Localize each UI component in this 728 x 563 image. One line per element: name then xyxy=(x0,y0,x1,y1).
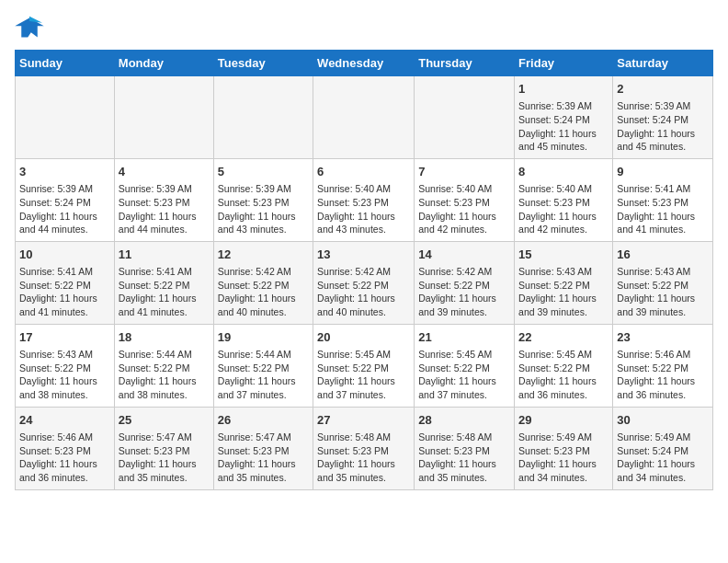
calendar-cell: 29Sunrise: 5:49 AM Sunset: 5:23 PM Dayli… xyxy=(515,407,613,489)
calendar-cell: 11Sunrise: 5:41 AM Sunset: 5:22 PM Dayli… xyxy=(114,241,213,324)
day-number: 17 xyxy=(19,329,110,346)
calendar-cell: 28Sunrise: 5:48 AM Sunset: 5:23 PM Dayli… xyxy=(415,407,515,489)
header-cell-sunday: Sunday xyxy=(16,51,115,76)
day-number: 23 xyxy=(617,329,709,346)
calendar-cell: 3Sunrise: 5:39 AM Sunset: 5:24 PM Daylig… xyxy=(16,158,115,241)
calendar-cell: 10Sunrise: 5:41 AM Sunset: 5:22 PM Dayli… xyxy=(16,241,115,324)
day-number: 15 xyxy=(518,247,609,263)
calendar-row: 3Sunrise: 5:39 AM Sunset: 5:24 PM Daylig… xyxy=(16,158,713,241)
header-cell-wednesday: Wednesday xyxy=(313,51,415,76)
calendar-cell: 30Sunrise: 5:49 AM Sunset: 5:24 PM Dayli… xyxy=(613,407,713,489)
calendar-cell: 15Sunrise: 5:43 AM Sunset: 5:22 PM Dayli… xyxy=(515,241,613,324)
header-cell-friday: Friday xyxy=(515,51,613,76)
day-number: 19 xyxy=(218,329,309,346)
day-number: 9 xyxy=(617,164,709,180)
calendar-cell: 25Sunrise: 5:47 AM Sunset: 5:23 PM Dayli… xyxy=(114,407,213,489)
day-number: 25 xyxy=(119,412,210,429)
calendar-row: 10Sunrise: 5:41 AM Sunset: 5:22 PM Dayli… xyxy=(16,241,713,324)
calendar-row: 24Sunrise: 5:46 AM Sunset: 5:23 PM Dayli… xyxy=(16,407,713,489)
calendar-cell: 16Sunrise: 5:43 AM Sunset: 5:22 PM Dayli… xyxy=(613,241,713,324)
calendar-cell: 18Sunrise: 5:44 AM Sunset: 5:22 PM Dayli… xyxy=(114,324,213,407)
calendar-cell xyxy=(313,76,415,159)
day-number: 3 xyxy=(19,164,110,180)
calendar-cell: 21Sunrise: 5:45 AM Sunset: 5:22 PM Dayli… xyxy=(415,324,515,407)
calendar-cell: 12Sunrise: 5:42 AM Sunset: 5:22 PM Dayli… xyxy=(213,241,313,324)
calendar-row: 1Sunrise: 5:39 AM Sunset: 5:24 PM Daylig… xyxy=(16,76,713,159)
calendar-header: SundayMondayTuesdayWednesdayThursdayFrid… xyxy=(16,51,713,76)
calendar-cell: 22Sunrise: 5:45 AM Sunset: 5:22 PM Dayli… xyxy=(515,324,613,407)
day-number: 11 xyxy=(119,247,210,263)
calendar-cell xyxy=(114,76,213,159)
day-number: 27 xyxy=(317,412,410,429)
day-number: 16 xyxy=(617,247,709,263)
day-number: 1 xyxy=(518,81,609,98)
calendar-cell: 20Sunrise: 5:45 AM Sunset: 5:22 PM Dayli… xyxy=(313,324,415,407)
calendar-cell: 9Sunrise: 5:41 AM Sunset: 5:23 PM Daylig… xyxy=(613,158,713,241)
day-number: 8 xyxy=(518,164,609,180)
page-header xyxy=(15,15,713,40)
calendar-cell: 1Sunrise: 5:39 AM Sunset: 5:24 PM Daylig… xyxy=(515,76,613,159)
header-row: SundayMondayTuesdayWednesdayThursdayFrid… xyxy=(16,51,713,76)
day-number: 28 xyxy=(418,412,510,429)
day-number: 26 xyxy=(218,412,309,429)
calendar-cell: 26Sunrise: 5:47 AM Sunset: 5:23 PM Dayli… xyxy=(213,407,313,489)
calendar-cell: 2Sunrise: 5:39 AM Sunset: 5:24 PM Daylig… xyxy=(613,76,713,159)
calendar-cell: 4Sunrise: 5:39 AM Sunset: 5:23 PM Daylig… xyxy=(114,158,213,241)
calendar-cell xyxy=(415,76,515,159)
calendar-cell: 8Sunrise: 5:40 AM Sunset: 5:23 PM Daylig… xyxy=(515,158,613,241)
header-cell-thursday: Thursday xyxy=(415,51,515,76)
calendar-cell xyxy=(213,76,313,159)
calendar-cell: 19Sunrise: 5:44 AM Sunset: 5:22 PM Dayli… xyxy=(213,324,313,407)
calendar-cell: 6Sunrise: 5:40 AM Sunset: 5:23 PM Daylig… xyxy=(313,158,415,241)
day-number: 10 xyxy=(19,247,110,263)
day-number: 2 xyxy=(617,81,709,98)
day-number: 20 xyxy=(317,329,410,346)
day-number: 12 xyxy=(218,247,309,263)
header-cell-tuesday: Tuesday xyxy=(213,51,313,76)
calendar-cell: 13Sunrise: 5:42 AM Sunset: 5:22 PM Dayli… xyxy=(313,241,415,324)
day-number: 4 xyxy=(119,164,210,180)
day-number: 13 xyxy=(317,247,410,263)
calendar-cell: 23Sunrise: 5:46 AM Sunset: 5:22 PM Dayli… xyxy=(613,324,713,407)
day-number: 22 xyxy=(518,329,609,346)
calendar-cell: 7Sunrise: 5:40 AM Sunset: 5:23 PM Daylig… xyxy=(415,158,515,241)
day-number: 30 xyxy=(617,412,709,429)
day-number: 5 xyxy=(218,164,309,180)
calendar-row: 17Sunrise: 5:43 AM Sunset: 5:22 PM Dayli… xyxy=(16,324,713,407)
calendar-cell: 14Sunrise: 5:42 AM Sunset: 5:22 PM Dayli… xyxy=(415,241,515,324)
day-number: 29 xyxy=(518,412,609,429)
calendar-cell: 24Sunrise: 5:46 AM Sunset: 5:23 PM Dayli… xyxy=(16,407,115,489)
day-number: 21 xyxy=(418,329,510,346)
calendar-body: 1Sunrise: 5:39 AM Sunset: 5:24 PM Daylig… xyxy=(16,76,713,490)
calendar-cell: 5Sunrise: 5:39 AM Sunset: 5:23 PM Daylig… xyxy=(213,158,313,241)
calendar-cell: 17Sunrise: 5:43 AM Sunset: 5:22 PM Dayli… xyxy=(16,324,115,407)
header-cell-monday: Monday xyxy=(114,51,213,76)
header-cell-saturday: Saturday xyxy=(613,51,713,76)
calendar-cell xyxy=(16,76,115,159)
logo-icon xyxy=(15,15,44,40)
logo xyxy=(15,15,48,40)
calendar-table: SundayMondayTuesdayWednesdayThursdayFrid… xyxy=(15,50,713,490)
day-number: 18 xyxy=(119,329,210,346)
day-number: 6 xyxy=(317,164,410,180)
day-number: 24 xyxy=(19,412,110,429)
calendar-cell: 27Sunrise: 5:48 AM Sunset: 5:23 PM Dayli… xyxy=(313,407,415,489)
day-number: 14 xyxy=(418,247,510,263)
day-number: 7 xyxy=(418,164,510,180)
